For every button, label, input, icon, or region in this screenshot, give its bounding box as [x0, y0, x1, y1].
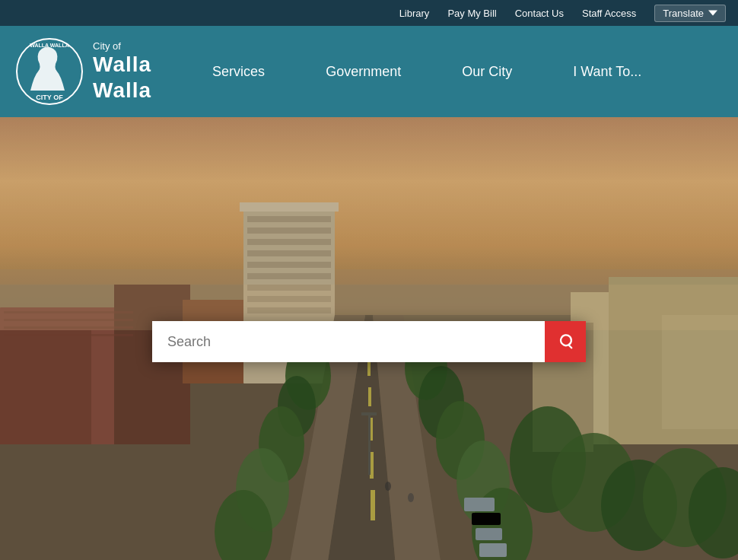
- nav-our-city[interactable]: Our City: [431, 26, 542, 117]
- search-button[interactable]: [545, 321, 586, 362]
- top-bar: Library Pay My Bill Contact Us Staff Acc…: [0, 0, 738, 26]
- svg-text:WALLA WALLA: WALLA WALLA: [30, 43, 68, 48]
- logo-city-of: City of: [93, 40, 151, 52]
- search-overlay: [152, 321, 586, 362]
- pay-bill-link[interactable]: Pay My Bill: [447, 8, 496, 19]
- logo-walla2: Walla: [93, 78, 151, 103]
- nav-services[interactable]: Services: [182, 26, 295, 117]
- library-link[interactable]: Library: [399, 8, 430, 19]
- search-icon: [557, 333, 574, 350]
- nav-links: Services Government Our City I Want To..…: [182, 26, 723, 117]
- city-logo-icon: CITY OF WALLA WALLA: [15, 37, 84, 106]
- logo-walla1: Walla: [93, 52, 151, 78]
- svg-text:CITY OF: CITY OF: [36, 94, 63, 101]
- search-input[interactable]: [152, 321, 545, 362]
- translate-button[interactable]: Translate: [654, 5, 726, 22]
- hero-section: [0, 117, 738, 560]
- contact-link[interactable]: Contact Us: [515, 8, 564, 19]
- main-nav: CITY OF WALLA WALLA City of Walla Walla …: [0, 26, 738, 117]
- logo-area[interactable]: CITY OF WALLA WALLA City of Walla Walla: [15, 37, 151, 106]
- staff-access-link[interactable]: Staff Access: [582, 8, 636, 19]
- chevron-down-icon: [708, 8, 717, 18]
- nav-i-want-to[interactable]: I Want To...: [542, 26, 672, 117]
- nav-government[interactable]: Government: [295, 26, 431, 117]
